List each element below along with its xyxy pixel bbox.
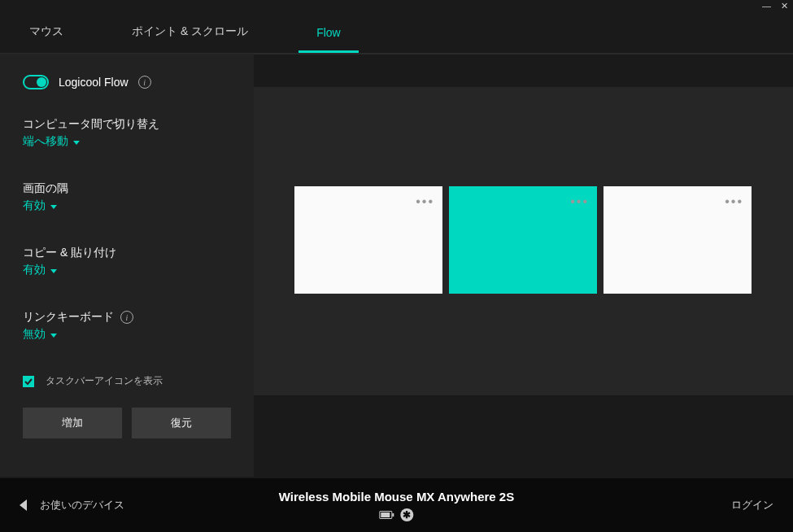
receiver-icon: ✱ [400,508,413,521]
device-info: Wireless Mobile Mouse MX Anywhere 2S ✱ [279,490,514,521]
chevron-down-icon [50,334,57,338]
setting-switch-computers: コンピュータ間で切り替え 端へ移動 [23,117,231,149]
setting-label: 画面の隅 [23,181,231,196]
tab-mouse[interactable]: マウス [11,24,81,53]
screen-1[interactable]: ••• [294,186,442,294]
back-button[interactable]: お使いのデバイス [20,498,124,512]
tab-point-scroll[interactable]: ポイント & スクロール [114,24,266,53]
taskbar-checkbox[interactable] [23,376,34,387]
footer-bar: お使いのデバイス Wireless Mobile Mouse MX Anywhe… [0,478,793,532]
restore-button[interactable]: 復元 [132,408,231,438]
setting-linkkb-dropdown[interactable]: 無効 [23,327,57,342]
chevron-down-icon [50,269,57,273]
setting-label: コピー & 貼り付け [23,246,231,260]
setting-value-text: 有効 [23,263,46,277]
battery-icon [379,511,392,519]
add-button[interactable]: 増加 [23,408,122,438]
settings-sidebar: Logicool Flow i コンピュータ間で切り替え 端へ移動 画面の隅 有… [0,54,254,477]
setting-copy-paste: コピー & 貼り付け 有効 [23,246,231,277]
chevron-down-icon [50,205,57,209]
setting-switch-dropdown[interactable]: 端へ移動 [23,134,80,149]
info-icon[interactable]: i [120,311,133,324]
login-link[interactable]: ログイン [731,498,773,512]
window-titlebar: — ✕ [0,0,793,11]
screen-3[interactable]: ••• [603,186,752,294]
device-name: Wireless Mobile Mouse MX Anywhere 2S [279,490,514,504]
device-status-icons: ✱ [279,508,514,521]
more-icon[interactable]: ••• [416,194,434,209]
minimize-button[interactable]: — [762,1,771,11]
setting-label-text: リンクキーボード [23,310,114,325]
setting-label: コンピュータ間で切り替え [23,117,231,132]
screens-container: ••• ••• ••• [294,186,752,294]
setting-link-keyboard: リンクキーボード i 無効 [23,310,231,342]
taskbar-checkbox-label: タスクバーアイコンを表示 [46,374,163,388]
check-icon [24,377,33,386]
taskbar-checkbox-row: タスクバーアイコンを表示 [23,374,231,388]
tab-flow[interactable]: Flow [298,26,359,53]
setting-value-text: 有効 [23,198,46,213]
button-row: 増加 復元 [23,408,231,438]
flow-toggle-row: Logicool Flow i [23,75,231,89]
setting-copypaste-dropdown[interactable]: 有効 [23,263,57,277]
screen-2-active[interactable]: ••• [449,186,597,294]
flow-toggle[interactable] [23,75,49,89]
more-icon[interactable]: ••• [725,194,743,209]
close-button[interactable]: ✕ [781,1,788,11]
info-icon[interactable]: i [138,76,151,89]
setting-screen-corners: 画面の隅 有効 [23,181,231,213]
chevron-down-icon [73,141,80,145]
main-content: Logicool Flow i コンピュータ間で切り替え 端へ移動 画面の隅 有… [0,54,793,477]
chevron-left-icon [20,499,27,511]
back-label: お使いのデバイス [40,498,124,512]
tab-bar: マウス ポイント & スクロール Flow [0,11,793,54]
more-icon[interactable]: ••• [570,194,589,209]
flow-canvas: ••• ••• ••• [254,54,793,477]
setting-corners-dropdown[interactable]: 有効 [23,198,57,213]
setting-value-text: 端へ移動 [23,134,68,149]
flow-toggle-label: Logicool Flow [59,76,129,89]
toggle-knob [37,77,46,87]
setting-label: リンクキーボード i [23,310,231,325]
setting-value-text: 無効 [23,327,46,342]
